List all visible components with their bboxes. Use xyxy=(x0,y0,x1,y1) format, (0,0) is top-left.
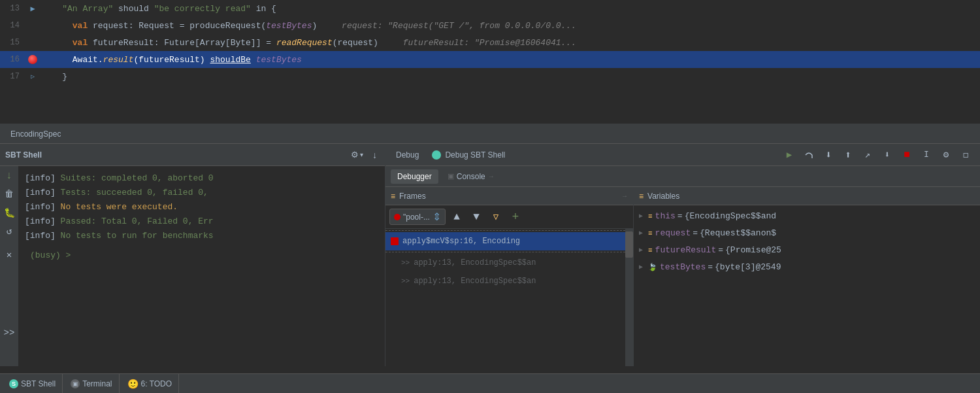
gear-icon: ⚙ xyxy=(351,150,359,160)
sbt-tab-label: SBT Shell xyxy=(21,379,56,388)
mute-btn[interactable]: I xyxy=(917,146,936,164)
var-eq-request: = xyxy=(693,227,698,240)
var-expand-testbytes[interactable]: ▶ xyxy=(639,261,648,274)
debug-panel: Debug Debug SBT Shell ▶ ⬇ xyxy=(385,144,980,366)
add-frame-btn[interactable]: + xyxy=(507,209,524,226)
var-item-testbytes[interactable]: ▶ 🍃 testBytes = {byte[3]@2549 xyxy=(634,259,980,276)
vars-icon: ≡ xyxy=(639,192,644,201)
sbt-settings-btn[interactable]: ⚙ ▾ xyxy=(348,148,366,161)
bottom-tab-bar: S SBT Shell ▣ Terminal 🙂 6: TODO xyxy=(0,373,980,393)
var-eq-futureresult: = xyxy=(718,244,723,257)
var-key-futureresult: futureResult xyxy=(655,244,717,257)
debug-tab[interactable]: Debug xyxy=(391,144,424,165)
var-item-this[interactable]: ▶ ≡ this = {EncodingSpec$$and xyxy=(634,208,980,225)
main-wrapper: 13 ▶ "An Array" should "be correctly rea… xyxy=(0,0,980,393)
sbt-run-icon[interactable]: ↓ xyxy=(2,169,16,183)
hint-14: request: "Request("GET /", from 0.0.0.0/… xyxy=(342,21,576,31)
debugger-tab-debugger[interactable]: Debugger xyxy=(391,169,438,184)
var-val-request: {Request$$anon$ xyxy=(700,227,776,240)
step-into-btn[interactable]: ⬇ xyxy=(819,146,838,164)
dropdown-arrow: ▾ xyxy=(360,151,363,158)
double-arrow-2: >> xyxy=(401,275,410,288)
log-line-2: [info] Tests: succeeded 0, failed 0, xyxy=(25,186,380,200)
debug-label: Debug xyxy=(396,150,419,160)
var-expand-futureresult[interactable]: ▶ xyxy=(639,244,648,257)
bottom-tab-todo[interactable]: 🙂 6: TODO xyxy=(121,374,180,393)
code-line-15: 15 val futureResult: Future[Array[Byte]]… xyxy=(0,34,980,51)
thread-dropdown[interactable]: "pool-... ⇕ xyxy=(389,209,446,225)
thread-dropdown-arrows: ⇕ xyxy=(433,211,441,223)
var-val-this: {EncodingSpec$$and xyxy=(685,210,776,223)
debug-toolbar: Debug Debug SBT Shell ▶ ⬇ xyxy=(385,144,980,166)
frame-item-2[interactable]: >> apply:13, EncodingSpec$$an xyxy=(385,272,625,290)
debugger-tab-console[interactable]: ▣ Console → xyxy=(441,169,501,184)
code-content-16: Await.result(futureResult) shouldBe test… xyxy=(39,55,980,65)
thread-dot xyxy=(394,214,400,220)
code-content-17: } xyxy=(39,72,980,82)
stop-icon-active xyxy=(391,237,399,245)
sbt-refresh-icon[interactable]: ↺ xyxy=(2,224,16,238)
debug-dot-icon xyxy=(432,150,441,160)
sbt-tab-icon: S xyxy=(9,379,18,388)
sbt-trash-icon[interactable]: 🗑 xyxy=(2,187,16,201)
bottom-tab-sbt[interactable]: S SBT Shell xyxy=(3,374,63,393)
double-arrow-1: >> xyxy=(401,256,410,269)
terminal-icon: ▣ xyxy=(71,379,80,388)
code-line-17: 17 ▷ } xyxy=(0,68,980,85)
sbt-log: [info] Suites: completed 0, aborted 0 [i… xyxy=(20,169,385,265)
sbt-bug-icon[interactable]: 🐛 xyxy=(2,205,16,220)
code-area: 13 ▶ "An Array" should "be correctly rea… xyxy=(0,0,980,124)
var-fields-icon-request: ≡ xyxy=(648,227,653,240)
settings-btn[interactable]: ⚙ xyxy=(937,146,955,164)
line-number-16: 16 xyxy=(0,55,26,64)
console-arrow-icon: → xyxy=(488,173,495,180)
run-to-cursor-btn[interactable]: ↗ xyxy=(858,146,877,164)
sbt-download-btn[interactable]: ↓ xyxy=(370,148,380,162)
panels-row: SBT Shell ⚙ ▾ ↓ ↓ 🗑 🐛 ↺ ✕ >> xyxy=(0,144,980,366)
bottom-tab-terminal[interactable]: ▣ Terminal xyxy=(64,374,119,393)
var-val-futureresult: {Promise@25 xyxy=(725,244,781,257)
frame-text-1: apply:13, EncodingSpec$$an xyxy=(414,256,536,269)
breakpoint-icon-16[interactable] xyxy=(28,55,37,64)
debug-sbt-shell-tab[interactable]: Debug SBT Shell xyxy=(427,144,510,165)
evaluate-btn[interactable]: ⬇ xyxy=(878,146,896,164)
gutter-16[interactable] xyxy=(26,55,39,64)
var-key-testbytes: testBytes xyxy=(660,261,706,274)
frames-divider-mid xyxy=(385,252,625,252)
filter-btn[interactable]: ▽ xyxy=(487,209,504,226)
log-line-3: [info] No tests were executed. xyxy=(25,200,380,214)
step-out-btn[interactable]: ⬆ xyxy=(839,146,857,164)
gutter-17: ▷ xyxy=(26,73,39,80)
sbt-double-arrow[interactable]: >> xyxy=(2,326,16,340)
step-over-btn[interactable] xyxy=(800,146,818,164)
sbt-side-icons: ↓ 🗑 🐛 ↺ ✕ >> xyxy=(0,166,18,366)
var-expand-this[interactable]: ▶ xyxy=(639,210,648,223)
var-expand-request[interactable]: ▶ xyxy=(639,227,648,240)
debug-actions: ▶ ⬇ ⬆ ↗ ⬇ ■ I ⚙ ◻ xyxy=(780,146,975,164)
var-eq-testbytes: = xyxy=(708,261,713,274)
frames-pane: ≡ Frames → "pool-... ⇕ ▲ ▼ ▽ xyxy=(385,187,634,366)
sbt-close-icon[interactable]: ✕ xyxy=(2,247,16,262)
var-eq-this: = xyxy=(678,210,683,223)
restore-btn[interactable]: ◻ xyxy=(956,146,975,164)
terminal-tab-label: Terminal xyxy=(82,379,112,388)
frame-text-2: apply:13, EncodingSpec$$an xyxy=(414,275,536,288)
resume-btn[interactable]: ▶ xyxy=(780,146,798,164)
var-item-futureresult[interactable]: ▶ ≡ futureResult = {Promise@25 xyxy=(634,242,980,259)
frames-scroll-thumb[interactable] xyxy=(625,231,633,258)
console-label: Console xyxy=(457,172,485,181)
stop-btn[interactable]: ■ xyxy=(898,146,916,164)
frame-down-btn[interactable]: ▼ xyxy=(468,209,485,226)
frames-list: apply$mcV$sp:16, Encoding >> apply:13, E… xyxy=(385,229,625,366)
frame-item-1[interactable]: >> apply:13, EncodingSpec$$an xyxy=(385,254,625,272)
vars-header: ≡ Variables xyxy=(634,187,980,205)
frame-item-active[interactable]: apply$mcV$sp:16, Encoding xyxy=(385,232,625,250)
frames-divider-top xyxy=(385,230,625,231)
frames-scrollbar[interactable] xyxy=(625,229,633,366)
var-item-request[interactable]: ▶ ≡ request = {Request$$anon$ xyxy=(634,225,980,242)
vars-list: ▶ ≡ this = {EncodingSpec$$and ▶ ≡ reques… xyxy=(634,205,980,366)
frame-up-btn[interactable]: ▲ xyxy=(448,209,465,226)
frames-icon: ≡ xyxy=(391,192,395,201)
code-content-13: "An Array" should "be correctly read" in… xyxy=(39,4,980,14)
encoding-spec-tab[interactable]: EncodingSpec xyxy=(0,124,980,144)
